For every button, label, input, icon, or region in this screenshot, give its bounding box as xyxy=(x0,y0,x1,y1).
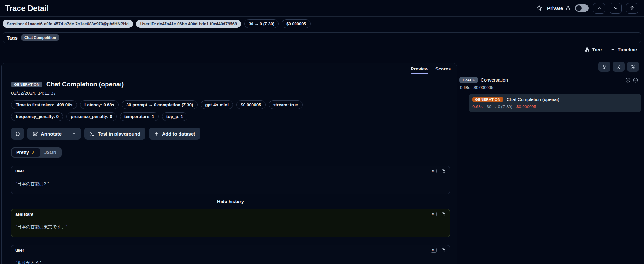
panel-tab-bar: Preview Scores xyxy=(2,63,457,74)
tab-scores[interactable]: Scores xyxy=(435,66,451,74)
pretty-label: Pretty xyxy=(16,150,29,155)
meta-pill: $0.000005 xyxy=(236,100,266,109)
meta-pill: frequency_penalty: 0 xyxy=(11,112,63,121)
playground-button[interactable]: Test in playground xyxy=(84,128,145,140)
chevron-down-icon xyxy=(72,131,76,136)
trace-cost: $0.000005 xyxy=(474,85,493,90)
observation-cost: $0.000005 xyxy=(516,104,536,109)
tree-toolbar xyxy=(459,62,641,72)
view-tab-bar: Tree Timeline xyxy=(0,43,644,55)
message-content: "ありがとう" xyxy=(11,255,450,264)
observation-timestamp: 02/12/2024, 14:11:37 xyxy=(11,90,450,96)
trace-type-badge: TRACE xyxy=(459,77,478,83)
annotate-split-button: Annotate xyxy=(27,128,81,140)
action-buttons: Annotate Test in playground Add to datas… xyxy=(11,128,450,140)
tab-tree-label: Tree xyxy=(592,47,602,52)
delete-trace-button[interactable] xyxy=(626,3,638,14)
chevron-up-icon xyxy=(597,6,602,11)
tags-label: Tags xyxy=(7,35,18,40)
trace-latency: 0.68s xyxy=(460,85,470,90)
chevron-down-icon xyxy=(613,6,618,11)
trace-root-row[interactable]: TRACE Conversation xyxy=(459,77,641,83)
message-content: "日本の首都は東京です。" xyxy=(11,219,450,237)
tree-icon xyxy=(584,47,590,52)
message-role: user xyxy=(15,248,24,253)
markdown-toggle-icon[interactable]: M↓ xyxy=(431,248,437,253)
format-toggle: Pretty JSON xyxy=(11,147,62,158)
observation-node-selected[interactable]: GENERATION Chat Completion (openai) 0.68… xyxy=(469,94,641,112)
sparkles-icon xyxy=(31,150,36,155)
add-to-dataset-button[interactable]: Add to dataset xyxy=(149,128,200,140)
plus-icon xyxy=(154,131,159,136)
visibility-status: Private xyxy=(547,5,571,11)
tab-tree[interactable]: Tree xyxy=(584,47,602,55)
toggle-knob xyxy=(576,5,582,11)
message-role: user xyxy=(15,169,24,173)
observation-name: Chat Completion (openai) xyxy=(507,97,559,102)
terminal-icon xyxy=(90,131,95,136)
public-sharing-toggle[interactable] xyxy=(575,4,589,12)
user-id-badge[interactable]: User ID: dc47a41e-06bc-400d-bde1-f0e440d… xyxy=(136,20,241,28)
top-header: Trace Detail Private xyxy=(0,0,644,17)
trace-tree-sidebar: TRACE Conversation 0.68s $0.000005 GENER… xyxy=(459,63,641,112)
tab-timeline[interactable]: Timeline xyxy=(610,47,637,55)
meta-pill: Time to first token: -498.00s xyxy=(11,100,77,109)
previous-trace-button[interactable] xyxy=(593,3,605,14)
message-block-user-1: user M↓ "日本の首都は? " xyxy=(11,166,450,194)
meta-pill: Latency: 0.68s xyxy=(80,100,119,109)
message-list: user M↓ "日本の首都は? " Hide history assistan… xyxy=(11,166,450,264)
metrics-percent-button[interactable] xyxy=(627,62,639,72)
observation-preview-panel: Preview Scores GENERATION Chat Completio… xyxy=(1,63,457,264)
observation-latency: 0.68s xyxy=(472,104,483,109)
meta-badges: Time to first token: -498.00s Latency: 0… xyxy=(11,100,355,121)
meta-pill: gpt-4o-mini xyxy=(201,100,233,109)
message-block-assistant: assistant M↓ "日本の首都は東京です。" xyxy=(11,209,450,237)
tab-preview[interactable]: Preview xyxy=(411,66,428,74)
panel-body: GENERATION Chat Completion (openai) 02/1… xyxy=(2,74,457,264)
generation-type-badge: GENERATION xyxy=(472,97,503,102)
copy-icon[interactable] xyxy=(441,169,446,173)
tags-container[interactable]: Tags Chat Competition xyxy=(3,32,641,43)
session-badge[interactable]: Session: 01aaacf6-e0fe-457d-a7de-7c1ee08… xyxy=(3,20,133,28)
tree-expand-controls xyxy=(625,77,638,83)
annotate-button[interactable]: Annotate xyxy=(27,128,67,140)
markdown-toggle-icon[interactable]: M↓ xyxy=(431,169,437,173)
message-content: "日本の首都は? " xyxy=(11,176,450,194)
markdown-toggle-icon[interactable]: M↓ xyxy=(431,212,437,216)
pencil-square-icon xyxy=(33,131,38,136)
collapse-all-button[interactable] xyxy=(613,62,625,72)
timeline-icon xyxy=(610,47,615,52)
comment-icon xyxy=(15,131,20,136)
generation-type-badge: GENERATION xyxy=(11,82,42,87)
meta-pill: 30 prompt → 0 completion (Σ 30) xyxy=(122,100,197,109)
content-area: Preview Scores GENERATION Chat Completio… xyxy=(0,55,644,254)
format-pretty-button[interactable]: Pretty xyxy=(12,148,40,157)
meta-pill: stream: true xyxy=(269,100,303,109)
meta-pill: top_p: 1 xyxy=(162,112,188,121)
cost-badge: $0.000005 xyxy=(282,19,310,28)
scores-toggle-button[interactable] xyxy=(598,62,610,72)
tag-chip[interactable]: Chat Competition xyxy=(21,34,59,41)
comment-button[interactable] xyxy=(11,128,24,140)
circle-plus-icon[interactable] xyxy=(625,77,631,83)
observation-title: Chat Completion (openai) xyxy=(46,81,124,88)
bookmark-star-icon[interactable] xyxy=(536,5,543,11)
trace-id-badges: Session: 01aaacf6-e0fe-457d-a7de-7c1ee08… xyxy=(0,17,644,31)
meta-pill: temperature: 1 xyxy=(120,112,159,121)
annotate-dropdown-button[interactable] xyxy=(67,128,81,140)
tab-timeline-label: Timeline xyxy=(618,47,637,52)
lock-icon xyxy=(565,5,571,11)
collapse-vertical-icon xyxy=(616,64,621,69)
add-to-dataset-label: Add to dataset xyxy=(162,131,195,136)
next-trace-button[interactable] xyxy=(610,3,622,14)
tree-guide-line xyxy=(464,94,464,112)
annotate-label: Annotate xyxy=(41,131,62,136)
circle-minus-icon[interactable] xyxy=(633,77,638,83)
observation-tokens: 30 → 0 (Σ 30) xyxy=(487,104,512,109)
copy-icon[interactable] xyxy=(441,212,446,216)
copy-icon[interactable] xyxy=(441,248,446,253)
trace-name: Conversation xyxy=(481,77,508,83)
trace-metrics: 0.68s $0.000005 xyxy=(459,85,641,90)
format-json-button[interactable]: JSON xyxy=(40,148,61,157)
hide-history-button[interactable]: Hide history xyxy=(11,199,450,204)
